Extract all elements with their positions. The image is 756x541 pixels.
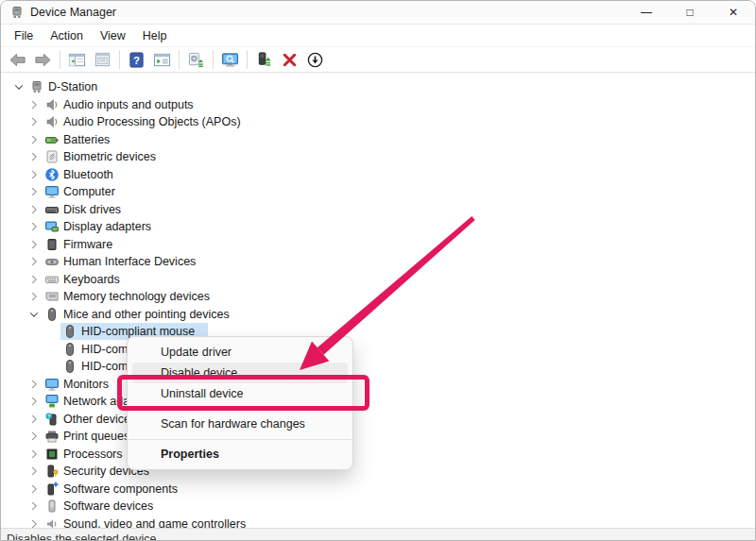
chevron-icon[interactable] (25, 412, 43, 427)
menu-action[interactable]: Action (42, 26, 92, 45)
circle-down-icon (306, 51, 324, 69)
tree-item-label: Audio inputs and outputs (63, 98, 194, 111)
tree-item-label: Keyboards (63, 273, 120, 286)
back-button[interactable] (5, 48, 30, 71)
close-button[interactable]: ✕ (712, 1, 755, 24)
chevron-icon[interactable] (25, 272, 43, 287)
mouse-icon (62, 359, 77, 374)
fingerprint-icon (44, 149, 60, 164)
tree-item-label: Human Interface Devices (63, 255, 196, 268)
uninstall-device-button[interactable] (277, 48, 302, 71)
hid-icon (44, 254, 60, 269)
chevron-icon (43, 359, 60, 374)
status-text: Disables the selected device. (7, 533, 160, 541)
menu-view[interactable]: View (92, 26, 134, 45)
export-list-button[interactable] (149, 48, 175, 71)
tree-item-hid-compliant-mouse[interactable]: HID-compliant mouse (2, 358, 754, 376)
back-arrow-icon (9, 51, 26, 69)
chevron-icon[interactable] (25, 237, 43, 252)
context-menu-scan-for-hardware-changes[interactable]: Scan for hardware changes (132, 414, 348, 434)
chevron-icon[interactable] (25, 219, 43, 234)
context-menu-properties[interactable]: Properties (132, 444, 348, 465)
chevron-icon[interactable] (9, 79, 27, 94)
tree-item-audio-inputs-and-outputs[interactable]: Audio inputs and outputs (2, 96, 754, 114)
tree-item-keyboards[interactable]: Keyboards (2, 271, 754, 289)
toolbar-separator (247, 50, 248, 69)
disable-device-button[interactable] (302, 48, 328, 71)
chevron-icon[interactable] (25, 202, 43, 217)
chevron-icon (43, 342, 60, 357)
tree-item-security-devices[interactable]: Security devices (2, 463, 754, 481)
keyboard-icon (44, 272, 60, 287)
title-bar: Device Manager —□✕ (1, 1, 755, 25)
chevron-icon[interactable] (25, 97, 43, 112)
chevron-icon[interactable] (25, 149, 43, 164)
update-device-driver-button[interactable] (251, 48, 277, 71)
tree-item-monitors[interactable]: Monitors (2, 376, 754, 394)
maximize-button[interactable]: □ (668, 1, 712, 24)
chevron-icon[interactable] (25, 377, 43, 392)
bluetooth-icon (44, 167, 60, 182)
chevron-icon[interactable] (25, 447, 43, 462)
security-icon (44, 464, 60, 479)
chevron-icon[interactable] (25, 499, 43, 514)
show-hide-console-tree-button[interactable] (64, 48, 90, 71)
menu-help[interactable]: Help (134, 26, 176, 45)
window-controls: —□✕ (625, 1, 755, 24)
monitor-icon (44, 184, 60, 199)
device-tree: D-Station Audio inputs and outputs Audio… (2, 74, 754, 540)
tree-item-processors[interactable]: Processors (2, 446, 754, 464)
tree-item-label: Software devices (63, 499, 153, 513)
chevron-icon[interactable] (25, 429, 43, 444)
mouse-icon (44, 307, 60, 322)
properties-window-icon (94, 51, 112, 69)
tree-item-label: Print queues (63, 430, 129, 443)
tree-item-mice-and-other-pointing-devices[interactable]: Mice and other pointing devices (2, 306, 754, 324)
properties-button[interactable] (90, 48, 115, 71)
tree-item-display-adapters[interactable]: Display adapters (2, 218, 754, 236)
software-component-icon (44, 482, 60, 497)
tree-item-human-interface-devices[interactable]: Human Interface Devices (2, 253, 754, 271)
tree-item-label: Computer (63, 185, 115, 198)
tree-item-disk-drives[interactable]: Disk drives (2, 201, 754, 219)
tree-item-label: Mice and other pointing devices (63, 308, 230, 321)
tree-item-software-devices[interactable]: Software devices (2, 498, 754, 516)
context-menu-update-driver[interactable]: Update driver (132, 342, 348, 363)
memory-icon (44, 289, 60, 304)
update-driver-button[interactable] (183, 48, 209, 71)
tree-item-batteries[interactable]: Batteries (2, 131, 754, 149)
tree-item-network-adapters[interactable]: Network adapters (2, 393, 754, 411)
tree-item-d-station[interactable]: D-Station (2, 78, 754, 96)
tree-item-hid-compliant-mouse[interactable]: HID-compliant mouse (2, 341, 754, 359)
tree-item-label: Monitors (63, 378, 109, 391)
chevron-icon[interactable] (25, 394, 43, 409)
tree-item-biometric-devices[interactable]: Biometric devices (2, 148, 754, 166)
tree-item-software-components[interactable]: Software components (2, 481, 754, 499)
tree-item-other-devices[interactable]: Other devices (2, 411, 754, 429)
chevron-icon[interactable] (25, 132, 43, 147)
tree-item-hid-compliant-mouse[interactable]: HID-compliant mouse (2, 323, 754, 341)
tree-item-label: Memory technology devices (63, 290, 210, 303)
minimize-button[interactable]: — (625, 1, 668, 24)
tree-item-print-queues[interactable]: Print queues (2, 428, 754, 446)
chevron-icon[interactable] (25, 184, 43, 199)
monitor-icon (44, 377, 60, 392)
help-button[interactable] (124, 48, 149, 71)
tree-item-computer[interactable]: Computer (2, 183, 754, 201)
tree-item-audio-processing-objects-apos[interactable]: Audio Processing Objects (APOs) (2, 113, 754, 131)
chevron-icon[interactable] (25, 114, 43, 129)
scan-for-hardware-changes-button[interactable] (217, 48, 243, 71)
tree-item-bluetooth[interactable]: Bluetooth (2, 166, 754, 184)
chevron-icon[interactable] (25, 254, 43, 269)
menu-bar: FileActionViewHelp (1, 25, 755, 47)
chevron-icon[interactable] (25, 482, 43, 497)
other-device-icon (44, 412, 60, 427)
tree-item-memory-technology-devices[interactable]: Memory technology devices (2, 288, 754, 306)
forward-button[interactable] (30, 48, 56, 71)
chevron-icon[interactable] (25, 307, 43, 322)
chevron-icon[interactable] (25, 289, 43, 304)
chevron-icon[interactable] (25, 464, 43, 479)
menu-file[interactable]: File (6, 26, 42, 45)
chevron-icon[interactable] (25, 167, 43, 182)
tree-item-firmware[interactable]: Firmware (2, 236, 754, 254)
